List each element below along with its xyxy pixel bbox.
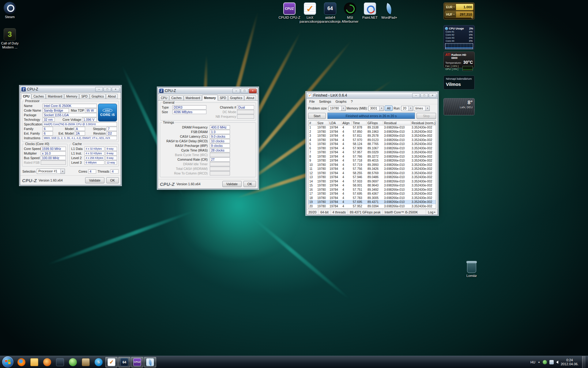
- title-bar[interactable]: Z CPU-Z – □ ×: [20, 86, 121, 93]
- result-row[interactable]: 41978019784457.97089.01233.698266e-0103.…: [308, 138, 436, 142]
- tab-spd[interactable]: SPD: [218, 95, 228, 100]
- currency-row[interactable]: HUF▼297,310: [445, 11, 473, 18]
- tab-caches[interactable]: Caches: [169, 95, 183, 100]
- column-header[interactable]: Align: [341, 121, 352, 125]
- problem-size-input[interactable]: 19780▼: [329, 106, 346, 111]
- result-row[interactable]: 111978019784457.75689.34263.698266e-0103…: [308, 167, 436, 171]
- cpu-usage-gadget[interactable]: CPU Usage 2% Core #10%Core #20%Core #30%…: [443, 25, 475, 50]
- currency-code[interactable]: EUR▼: [445, 4, 456, 10]
- column-header[interactable]: Residual: [383, 121, 411, 125]
- tab-mainboard[interactable]: Mainboard: [184, 95, 202, 100]
- taskbar-app-linx[interactable]: ✓: [105, 357, 118, 367]
- close-button[interactable]: ×: [112, 87, 119, 92]
- taskbar-app-media-player[interactable]: [41, 357, 53, 367]
- title-bar[interactable]: Z CPU-Z – □ ×: [158, 88, 258, 94]
- menu-file[interactable]: File: [307, 99, 317, 104]
- tab-about[interactable]: About: [244, 95, 256, 100]
- tab-mainboard[interactable]: Mainboard: [46, 94, 64, 99]
- nameday-gadget[interactable]: Névnapi kalendárium Vilmos: [443, 75, 475, 90]
- desktop-icon-steam[interactable]: Steam: [0, 2, 21, 19]
- result-row[interactable]: 71978019784457.95789.03293.698266e-0103.…: [308, 150, 436, 155]
- start-button[interactable]: Start: [308, 113, 326, 119]
- column-header[interactable]: Size: [316, 121, 329, 125]
- close-button[interactable]: ×: [429, 93, 436, 98]
- result-row[interactable]: 121978019784458.25588.57693.698266e-0103…: [308, 171, 436, 175]
- tab-graphics[interactable]: Graphics: [228, 95, 244, 100]
- run-count-input[interactable]: 20▼: [401, 106, 413, 111]
- tab-memory[interactable]: Memory: [64, 94, 79, 99]
- cpuz-memory-window[interactable]: Z CPU-Z – □ × CPUCachesMainboardMemorySP…: [158, 87, 258, 189]
- start-button[interactable]: [2, 356, 13, 368]
- title-bar[interactable]: ✓ Finished - LinX 0.6.4 – □ ×: [307, 92, 438, 99]
- taskbar-app-aida64[interactable]: 64: [118, 357, 130, 367]
- currency-row[interactable]: EUR▼1.000: [445, 4, 473, 10]
- result-row[interactable]: 81978019784457.76689.32723.698266e-0103.…: [308, 155, 436, 159]
- result-row[interactable]: 171978019784457.69589.43673.698266e-0103…: [308, 192, 436, 196]
- stop-button[interactable]: Stop: [417, 113, 436, 119]
- result-row[interactable]: 191978019784457.69589.43713.698266e-0103…: [308, 200, 436, 204]
- menu-settings[interactable]: Settings: [317, 99, 334, 104]
- tab-graphics[interactable]: Graphics: [90, 94, 106, 99]
- memory-input[interactable]: 3001▼: [368, 106, 384, 111]
- result-row[interactable]: 101978019784457.71989.39933.698266e-0103…: [308, 163, 436, 167]
- result-row[interactable]: 91978019784457.71889.40153.698266e-0103.…: [308, 159, 436, 163]
- tab-caches[interactable]: Caches: [32, 94, 46, 99]
- result-row[interactable]: 201978019784457.95289.03943.698266e-0103…: [308, 204, 436, 209]
- currency-code[interactable]: HUF▼: [445, 11, 456, 17]
- minimize-button[interactable]: –: [232, 89, 240, 93]
- taskbar-app-firefox[interactable]: [15, 357, 28, 367]
- taskbar-app-file-manager[interactable]: [80, 357, 92, 367]
- result-row[interactable]: 11978019784457.87889.15383.698266e-0103.…: [308, 125, 436, 130]
- taskbar-app-dark-app[interactable]: [54, 357, 66, 367]
- tray-status-icon[interactable]: [543, 360, 547, 364]
- close-button[interactable]: ×: [249, 89, 257, 93]
- desktop-icon-wordpad[interactable]: WordPad+: [378, 2, 401, 20]
- column-header[interactable]: LDA: [329, 121, 341, 125]
- desktop-icon-recycle-bin[interactable]: Lomtár: [460, 261, 483, 278]
- result-row[interactable]: 181978019784457.78389.30053.698266e-0103…: [308, 196, 436, 200]
- validate-button[interactable]: Validate: [85, 177, 104, 183]
- ok-button[interactable]: OK: [243, 181, 256, 187]
- result-row[interactable]: 31978019784457.81189.25783.698266e-0103.…: [308, 134, 436, 138]
- taskbar-app-explorer[interactable]: [28, 357, 40, 367]
- tab-memory[interactable]: Memory: [202, 95, 217, 101]
- ok-button[interactable]: OK: [106, 177, 119, 183]
- show-desktop-button[interactable]: [582, 356, 586, 368]
- menu-help[interactable]: ?: [349, 99, 355, 104]
- column-header[interactable]: #: [308, 121, 316, 125]
- clock[interactable]: 0:24 2012.04.06.: [561, 358, 579, 366]
- tray-volume-icon[interactable]: [556, 361, 558, 364]
- processor-select[interactable]: Processor #1▼: [37, 169, 65, 174]
- taskbar-app-skype[interactable]: S: [92, 357, 105, 367]
- validate-button[interactable]: Validate: [222, 181, 242, 187]
- tab-cpu[interactable]: CPU: [159, 95, 169, 100]
- tab-cpu[interactable]: CPU: [21, 93, 31, 99]
- result-row[interactable]: 21978019784457.85089.19633.698266e-0103.…: [308, 130, 436, 134]
- taskbar-app-cpu-z[interactable]: CPUZ: [131, 357, 143, 367]
- column-header[interactable]: Residual (norm.): [411, 121, 436, 125]
- log-button[interactable]: Log▸: [426, 209, 438, 215]
- tray-network-icon[interactable]: [549, 360, 554, 364]
- weather-gadget[interactable]: 8° Lahr, DEU: [443, 98, 475, 115]
- cpuz-cpu-window[interactable]: Z CPU-Z – □ × CPUCachesMainboardMemorySP…: [20, 86, 121, 185]
- run-unit-select[interactable]: times▼: [414, 106, 430, 111]
- all-button[interactable]: All: [385, 105, 393, 111]
- desktop-icon-linx[interactable]: ✓ LinX parancsikonja: [298, 2, 322, 24]
- chevron-up-icon[interactable]: ▲: [538, 361, 540, 363]
- tab-spd[interactable]: SPD: [79, 94, 89, 99]
- refresh-icon[interactable]: ↻: [471, 16, 473, 19]
- tab-about[interactable]: About: [106, 94, 118, 99]
- result-row[interactable]: 51978019784458.12488.77653.698266e-0103.…: [308, 142, 436, 146]
- currency-gadget[interactable]: EUR▼1.000HUF▼297,310 ↻: [443, 2, 475, 20]
- result-row[interactable]: 161978019784457.75189.34923.698266e-0103…: [308, 188, 436, 192]
- taskbar-app-green-app[interactable]: [67, 357, 79, 367]
- maximize-button[interactable]: □: [241, 89, 248, 93]
- gpu-gadget[interactable]: ATi Radeon HD 6900 Temperature: 30°C Fan…: [443, 52, 475, 68]
- minimize-button[interactable]: –: [412, 93, 420, 98]
- desktop-icon-cpuid-cpuz[interactable]: CPUZ CPUID CPU-Z: [278, 2, 301, 20]
- maximize-button[interactable]: □: [104, 87, 111, 92]
- taskbar-app-wordpad[interactable]: [144, 357, 156, 367]
- desktop-icon-call-of-duty[interactable]: 3 Call of Duty Modern ...: [0, 28, 21, 49]
- minimize-button[interactable]: –: [95, 87, 103, 92]
- result-row[interactable]: 61978019784457.90989.10673.698266e-0103.…: [308, 146, 436, 151]
